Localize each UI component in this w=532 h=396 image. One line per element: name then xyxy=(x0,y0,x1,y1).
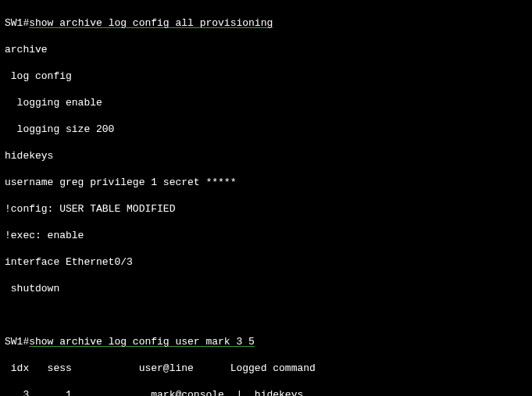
output-line: log config xyxy=(5,70,527,83)
output-line: logging size 200 xyxy=(5,123,527,136)
output-line: !exec: enable xyxy=(5,229,527,242)
terminal[interactable]: SW1#show archive log config all provisio… xyxy=(0,0,532,396)
prompt: SW1# xyxy=(5,17,29,29)
row-rest: 1 mark@console | hidekeys xyxy=(29,389,303,396)
line-cmd1: SW1#show archive log config all provisio… xyxy=(5,16,527,30)
line-cmd2: SW1#show archive log config user mark 3 … xyxy=(5,335,527,348)
command-2: show archive log config user mark 3 5 xyxy=(29,336,255,348)
output-line: logging enable xyxy=(5,96,527,109)
command-1: show archive log config all provisioning xyxy=(29,17,273,29)
output-line: interface Ethernet0/3 xyxy=(5,255,527,269)
output-line: !config: USER TABLE MODIFIED xyxy=(5,202,527,216)
output-line: hidekeys xyxy=(5,149,527,162)
table-header: idx sess user@line Logged command xyxy=(5,362,527,375)
output-line: shutdown xyxy=(5,282,527,295)
output-line: archive xyxy=(5,43,527,56)
blank-line xyxy=(5,309,527,322)
output-line: username greg privilege 1 secret ***** xyxy=(5,176,527,189)
prompt: SW1# xyxy=(5,336,29,348)
table-row: 3 1 mark@console | hidekeys xyxy=(5,388,527,396)
